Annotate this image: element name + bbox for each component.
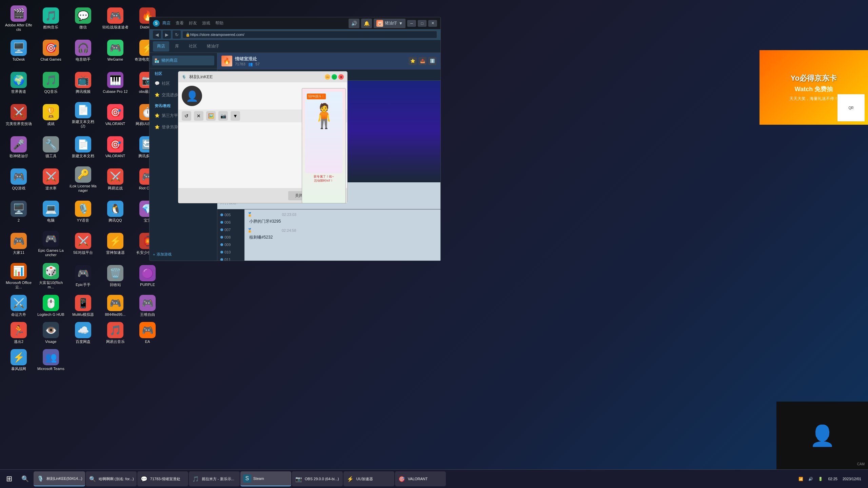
icon-perfect-world[interactable]: ⚔️ 完美世界竞技场 [3, 100, 34, 130]
icon-8844[interactable]: 🎮 8844fed95... [100, 293, 131, 319]
icon-wegame[interactable]: 🎮 WeGame [100, 36, 131, 66]
voice-tool-image-btn[interactable]: 🖼️ [206, 111, 216, 121]
steam-url-bar[interactable]: 🔒 https://store.steampowered.com/ [182, 31, 437, 38]
voice-tool-refresh-btn[interactable]: ↺ [182, 111, 191, 121]
taskbar-app-valorant[interactable]: 🎯 VALORANT [395, 471, 446, 486]
steam-my-shop-btn[interactable]: 🏪 猪的商店 [152, 56, 214, 65]
icon-dafuji[interactable]: 🎲 大富翁10(Richm... [36, 261, 66, 291]
steam-minimize-btn[interactable]: ─ [407, 20, 416, 27]
steam-forward-btn[interactable]: ▶ [163, 30, 171, 39]
icon-valorant[interactable]: 🎯 VALORANT [100, 100, 131, 130]
icon-valorant2[interactable]: 🎯 VALORANT [100, 132, 131, 163]
steam-volume-btn[interactable]: 🔊 [349, 19, 359, 28]
icon-purple[interactable]: 🟣 PURPLE [132, 261, 163, 291]
steam-tab-user[interactable]: 猪油仔 [203, 41, 223, 52]
icon-epic2[interactable]: 🎮 Epic手手 [68, 261, 98, 291]
icon-shijie[interactable]: 🌍 世界善道 [3, 68, 34, 98]
icon-visage[interactable]: 👁️ Visage [36, 320, 66, 346]
steam-menu-view[interactable]: 查看 [176, 20, 184, 26]
icon-logitech[interactable]: 🖱️ Logitech G HUB [36, 293, 66, 319]
icon-todo[interactable]: 🖥️ ToDesk [3, 36, 34, 66]
steam-menu-bar: 商店 查看 好友 游戏 帮助 [162, 20, 223, 26]
tray-battery-icon[interactable]: 🔋 [816, 477, 825, 481]
steam-tab-community[interactable]: 社区 [185, 41, 201, 52]
voice-tool-camera-btn[interactable]: 📷 [218, 111, 228, 121]
taskbar-app-search[interactable]: 🔍 哈啊啊啊 (别名: for...) [86, 471, 137, 486]
add-game-sidebar-btn[interactable]: + 添加游戏 [150, 250, 217, 259]
voice-minimize-btn[interactable]: ─ [325, 74, 330, 80]
steam-tab-library[interactable]: 库 [171, 41, 183, 52]
icon-yyvoice[interactable]: 🎙️ YY语音 [68, 197, 98, 227]
icon-netease-cloud[interactable]: 🎵 网易云音乐 [100, 320, 131, 346]
icon-nidworld[interactable]: ⚔️ 逆水寒 [36, 164, 66, 195]
icon-ea[interactable]: 🎮 EA [132, 320, 163, 346]
taskbar-app-linkee[interactable]: 🎙️ 林刻LinKEE(50414...) [34, 471, 85, 486]
icon-label-recycle: 回收站 [110, 283, 121, 287]
tray-volume-icon[interactable]: 🔊 [807, 477, 815, 481]
chat-msg1-time: 02:23:03 [282, 212, 296, 217]
room-info-btn[interactable]: ℹ️ [428, 57, 436, 65]
icon-baofengzhan[interactable]: ⚡ 暴风战网 [3, 347, 34, 373]
icon-diannao[interactable]: 💻 电脑 [36, 197, 66, 227]
icon-wangyi[interactable]: 🎧 电音助手 [68, 36, 98, 66]
icon-yuanyou[interactable]: ⚔️ 命运方舟 [3, 293, 34, 319]
icon-cubase[interactable]: 🎹 Cubase Pro 12 [100, 68, 131, 98]
steam-user-profile-btn[interactable]: 🐷 猪油仔 ▼ [374, 19, 406, 28]
icon-tools[interactable]: 🔧 骚工具 [36, 132, 66, 163]
icon-jiuzhang[interactable]: 🎮 轻松战场迷途者 [100, 3, 131, 34]
icon-tencent-video[interactable]: 📺 腾讯视频 [68, 68, 98, 98]
icon-wang-zi[interactable]: 🎮 王维自由 [132, 293, 163, 319]
steam-back-btn[interactable]: ◀ [153, 30, 161, 39]
voice-maximize-btn[interactable]: □ [332, 74, 337, 80]
icon-microsoft-teams[interactable]: 👥 Microsoft Teams [36, 347, 66, 373]
icon-new-doc2[interactable]: 📄 新建文本文档 (2) [68, 100, 98, 130]
steam-maximize-btn[interactable]: □ [418, 20, 427, 27]
steam-menu-games[interactable]: 游戏 [202, 20, 210, 26]
icon-recycle[interactable]: 🗑️ 回收站 [100, 261, 131, 291]
room-settings-btn[interactable]: ⭐ [409, 57, 417, 65]
icon-kugou[interactable]: 🎵 酷狗音乐 [36, 3, 66, 34]
steam-refresh-btn[interactable]: ↻ [173, 30, 181, 39]
icon-youbi-oil[interactable]: 🎤 歌神猪油仔 [3, 132, 34, 163]
tray-time[interactable]: 02:25 [826, 477, 839, 481]
icon-qqmusic[interactable]: 🎵 QQ音乐 [36, 68, 66, 98]
icon-thunder-speed[interactable]: ⚡ 雷神加速器 [100, 229, 131, 259]
icon-new-doc[interactable]: 📄 新建文本文档 [68, 132, 98, 163]
steam-menu-store[interactable]: 商店 [162, 20, 171, 26]
icon-iloklicense[interactable]: 🔑 iLok License Manager [68, 164, 98, 195]
taskbar-app-music[interactable]: 🎵 摇拉米方 - 新乐示... [189, 471, 240, 486]
icon-mumu[interactable]: 📱 MuMu模拟器 [68, 293, 98, 319]
icon-epic-launcher[interactable]: 🎮 Epic Games Launcher [36, 229, 66, 259]
voice-close-win-btn[interactable]: ✕ [338, 74, 344, 80]
icon-label-5e-platform: 5E对战平台 [73, 250, 93, 255]
icon-chengji[interactable]: 🏆 成就 [36, 100, 66, 130]
taskbar-app-room[interactable]: 💬 71783-情绪宣泄处 [137, 471, 188, 486]
steam-menu-help[interactable]: 帮助 [215, 20, 223, 26]
room-share-btn[interactable]: 📤 [418, 57, 427, 65]
steam-menu-friends[interactable]: 好友 [189, 20, 197, 26]
icon-netease-dl[interactable]: ☁️ 百度网盘 [68, 320, 98, 346]
voice-tool-more-btn[interactable]: ▼ [231, 111, 240, 121]
icon-5e-platform[interactable]: ⚔️ 5E对战平台 [68, 229, 98, 259]
icon-wechat[interactable]: 💬 微信 [68, 3, 98, 34]
taskbar-start-btn[interactable]: ⊞ [2, 471, 17, 486]
steam-close-btn[interactable]: ✕ [428, 20, 437, 27]
taskbar-search-btn[interactable]: 🔍 [18, 471, 33, 486]
voice-tool-close-btn[interactable]: ✕ [194, 111, 203, 121]
icon-niuluo2[interactable]: 🏃 逃出2 [3, 320, 34, 346]
steam-tab-store[interactable]: 商店 [153, 41, 169, 52]
icon-desktop-2[interactable]: 🖥️ 2 [3, 197, 34, 227]
taskbar-app-steam[interactable]: S Steam [240, 471, 291, 486]
taskbar-app-uu[interactable]: ⚡ UU加速器 [343, 471, 394, 486]
icon-chat-games[interactable]: 🎯 Chat Games [36, 36, 66, 66]
icon-microsoft-office[interactable]: 📊 Microsoft Office 云... [3, 261, 34, 291]
icon-qq-game[interactable]: 🎮 QQ游戏 [3, 164, 34, 195]
icon-dajie[interactable]: 🎮 大家11 [3, 229, 34, 259]
tray-network-icon[interactable]: 📶 [797, 477, 805, 481]
steam-notif-btn[interactable]: 🔔 [361, 19, 372, 28]
icon-tengxunqq[interactable]: 🐧 腾讯QQ [100, 197, 131, 227]
icon-wangyi-near[interactable]: ⚔️ 网易近战 [100, 164, 131, 195]
taskbar-app-obs[interactable]: 📷 OBS 29.0.0 (64-bi...) [292, 471, 343, 486]
icon-after-effects[interactable]: 🎬 Adobe After Effects [3, 3, 34, 34]
room-id-label: 71783 [235, 62, 245, 66]
